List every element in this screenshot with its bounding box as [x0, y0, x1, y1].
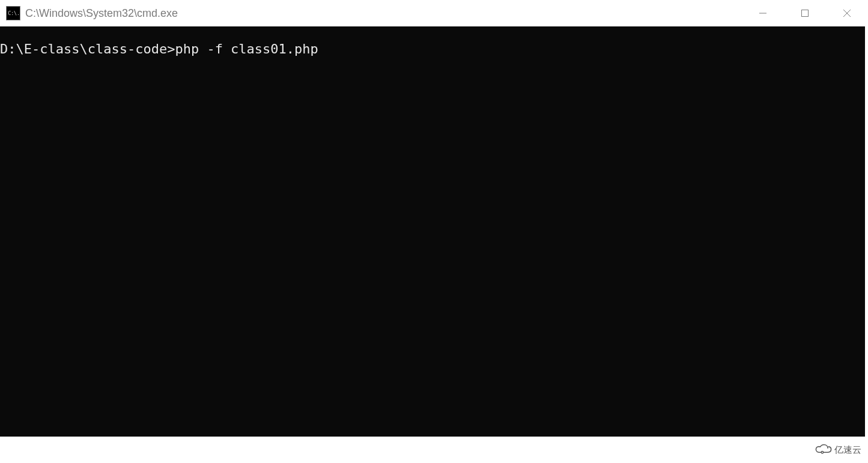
terminal-command: php -f class01.php	[175, 41, 318, 56]
watermark-text: 亿速云	[834, 444, 861, 456]
svg-point-4	[821, 451, 824, 453]
svg-rect-1	[802, 10, 809, 17]
close-button[interactable]	[826, 0, 868, 26]
maximize-button[interactable]	[784, 0, 826, 26]
terminal-area[interactable]: D:\E-class\class-code>php -f class01.php	[0, 26, 865, 437]
window-titlebar: C:\. C:\Windows\System32\cmd.exe	[0, 0, 868, 26]
window-controls	[742, 0, 868, 26]
bottom-left-bar	[0, 456, 96, 463]
watermark: 亿速云	[808, 437, 868, 463]
cloud-icon	[815, 444, 832, 456]
close-icon	[842, 8, 852, 18]
minimize-button[interactable]	[742, 0, 784, 26]
maximize-icon	[801, 9, 809, 17]
terminal-line: D:\E-class\class-code>php -f class01.php	[0, 41, 865, 58]
cmd-icon: C:\.	[6, 6, 20, 20]
minimize-icon	[758, 8, 768, 18]
terminal-prompt: D:\E-class\class-code>	[0, 41, 175, 56]
cmd-icon-label: C:\.	[8, 10, 20, 16]
window-title: C:\Windows\System32\cmd.exe	[25, 7, 178, 20]
